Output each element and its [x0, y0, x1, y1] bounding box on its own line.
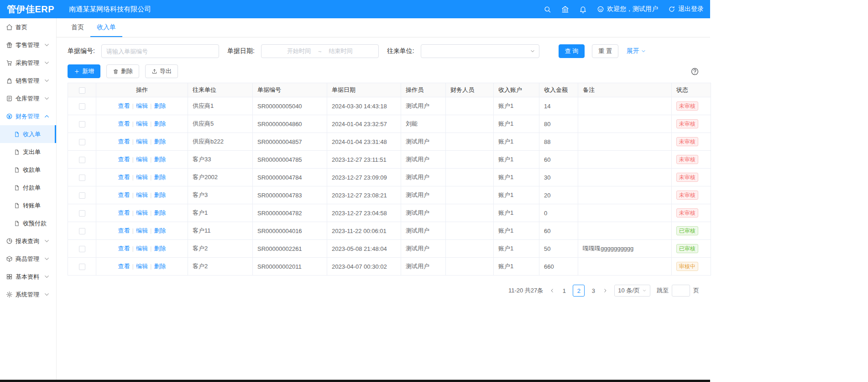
- row-checkbox[interactable]: [79, 103, 85, 110]
- bell-icon[interactable]: [579, 5, 587, 13]
- sidebar-item-0[interactable]: 首页: [0, 18, 56, 36]
- page-size-select[interactable]: 10 条/页: [614, 285, 650, 297]
- row-checkbox[interactable]: [79, 228, 85, 234]
- add-button[interactable]: 新增: [68, 64, 100, 78]
- jump-suffix: 页: [693, 286, 699, 295]
- sidebar-item-8[interactable]: 基本资料: [0, 268, 56, 286]
- delete-link[interactable]: 删除: [154, 102, 166, 109]
- edit-link[interactable]: 编辑: [136, 245, 148, 252]
- edit-link[interactable]: 编辑: [136, 174, 148, 180]
- page-button-3[interactable]: 3: [587, 285, 599, 297]
- cell-operator: 测试用户: [401, 240, 446, 258]
- sidebar-subitem-5-1[interactable]: 支出单: [0, 143, 56, 161]
- delete-link[interactable]: 删除: [154, 209, 166, 216]
- sidebar-subitem-5-3[interactable]: 付款单: [0, 179, 56, 196]
- view-link[interactable]: 查看: [118, 263, 130, 270]
- row-checkbox[interactable]: [79, 246, 85, 252]
- row-checkbox[interactable]: [79, 192, 85, 199]
- delete-link[interactable]: 删除: [154, 174, 166, 180]
- sidebar-item-3[interactable]: 销售管理: [0, 72, 56, 90]
- next-page-button[interactable]: [602, 288, 608, 293]
- view-link[interactable]: 查看: [118, 102, 130, 109]
- op-separator: |: [132, 227, 134, 234]
- help-icon[interactable]: [690, 67, 699, 76]
- select-all-checkbox[interactable]: [79, 87, 85, 94]
- view-link[interactable]: 查看: [118, 209, 130, 216]
- page-button-1[interactable]: 1: [558, 285, 570, 297]
- delete-button[interactable]: 删除: [106, 64, 139, 78]
- sidebar-subitem-5-0[interactable]: 收入单: [0, 125, 56, 143]
- sidebar-item-label: 零售管理: [16, 41, 42, 49]
- cell-finance: [446, 240, 494, 258]
- cell-account: 账户1: [494, 258, 539, 276]
- edit-link[interactable]: 编辑: [136, 191, 148, 198]
- row-checkbox[interactable]: [79, 121, 85, 127]
- edit-link[interactable]: 编辑: [136, 209, 148, 216]
- edit-link[interactable]: 编辑: [136, 138, 148, 145]
- sidebar-subitem-5-2[interactable]: 收款单: [0, 161, 56, 179]
- edit-link[interactable]: 编辑: [136, 120, 148, 127]
- view-link[interactable]: 查看: [118, 156, 130, 163]
- welcome-user[interactable]: 欢迎您，测试用户: [597, 5, 658, 13]
- date-range-picker[interactable]: 开始时间 ~ 结束时间: [261, 44, 379, 58]
- row-checkbox[interactable]: [79, 210, 85, 217]
- search-button[interactable]: 查 询: [559, 44, 585, 58]
- sidebar-item-4[interactable]: 仓库管理: [0, 90, 56, 107]
- cell-bill_no: SR00000004857: [253, 133, 327, 151]
- export-button[interactable]: 导出: [145, 64, 178, 78]
- report-icon: [6, 238, 13, 244]
- cell-account: 账户1: [494, 151, 539, 169]
- view-link[interactable]: 查看: [118, 227, 130, 234]
- sidebar-item-9[interactable]: 系统管理: [0, 286, 56, 303]
- view-link[interactable]: 查看: [118, 138, 130, 145]
- chevron-down-icon: [43, 273, 50, 280]
- reset-button[interactable]: 重 置: [592, 44, 618, 58]
- cell-remark: 嘎嘎嘎gggggggggg: [578, 240, 672, 258]
- row-checkbox[interactable]: [79, 139, 85, 145]
- chevron-down-icon: [43, 59, 50, 66]
- delete-link[interactable]: 删除: [154, 138, 166, 145]
- tab-0[interactable]: 首页: [65, 18, 90, 37]
- bank-icon[interactable]: [561, 5, 569, 13]
- delete-link[interactable]: 删除: [154, 156, 166, 163]
- cell-remark: [578, 169, 672, 186]
- sidebar-item-5[interactable]: 财务管理: [0, 107, 56, 125]
- edit-link[interactable]: 编辑: [136, 156, 148, 163]
- logout-button[interactable]: 退出登录: [668, 5, 704, 13]
- edit-link[interactable]: 编辑: [136, 227, 148, 234]
- prev-page-button[interactable]: [549, 288, 555, 293]
- sidebar-subitem-5-4[interactable]: 转账单: [0, 196, 56, 214]
- delete-link[interactable]: 删除: [154, 245, 166, 252]
- partner-select[interactable]: [421, 44, 539, 58]
- row-checkbox[interactable]: [79, 157, 85, 163]
- op-separator: |: [132, 138, 134, 145]
- sidebar-item-1[interactable]: 零售管理: [0, 36, 56, 54]
- expand-link[interactable]: 展开: [627, 47, 646, 55]
- view-link[interactable]: 查看: [118, 174, 130, 180]
- delete-link[interactable]: 删除: [154, 227, 166, 234]
- system-icon: [6, 291, 13, 298]
- row-checkbox[interactable]: [79, 175, 85, 181]
- sidebar-item-2[interactable]: 采购管理: [0, 54, 56, 72]
- edit-link[interactable]: 编辑: [136, 263, 148, 270]
- search-icon[interactable]: [544, 5, 551, 13]
- delete-link[interactable]: 删除: [154, 120, 166, 127]
- delete-link[interactable]: 删除: [154, 263, 166, 270]
- op-separator: |: [150, 174, 152, 180]
- row-checkbox[interactable]: [79, 264, 85, 270]
- view-link[interactable]: 查看: [118, 191, 130, 198]
- sidebar-item-6[interactable]: 报表查询: [0, 232, 56, 250]
- view-link[interactable]: 查看: [118, 120, 130, 127]
- jump-page-input[interactable]: [672, 285, 690, 297]
- tab-1[interactable]: 收入单: [90, 18, 122, 37]
- bill-no-input[interactable]: [101, 44, 219, 58]
- sidebar-item-label: 销售管理: [16, 77, 42, 85]
- sidebar-item-7[interactable]: 商品管理: [0, 250, 56, 268]
- page-button-2[interactable]: 2: [573, 285, 585, 297]
- delete-link[interactable]: 删除: [154, 191, 166, 198]
- sidebar-item-label: 系统管理: [16, 291, 42, 299]
- edit-link[interactable]: 编辑: [136, 102, 148, 109]
- cell-amount: 60: [539, 151, 578, 169]
- sidebar-subitem-5-5[interactable]: 收预付款: [0, 214, 56, 232]
- view-link[interactable]: 查看: [118, 245, 130, 252]
